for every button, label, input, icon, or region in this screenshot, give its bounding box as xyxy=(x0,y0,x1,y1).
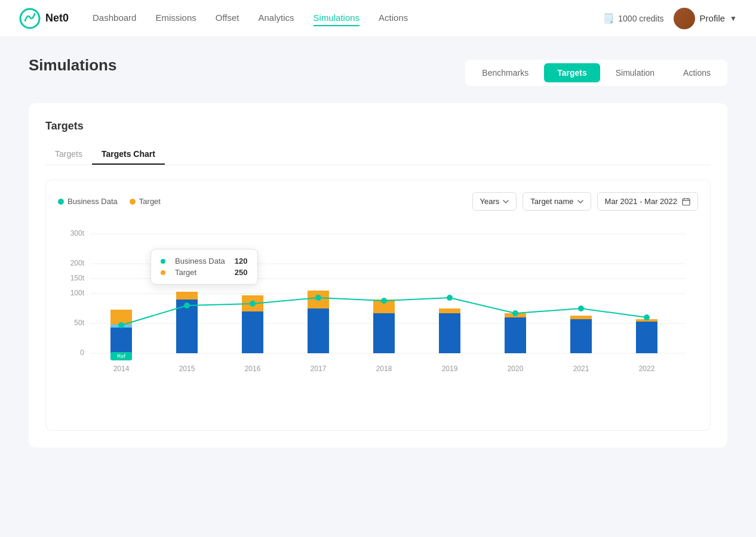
tooltip-val-business: 120 xyxy=(235,257,248,266)
logo-text: Net0 xyxy=(45,12,69,24)
svg-rect-24 xyxy=(242,311,263,353)
svg-point-44 xyxy=(184,303,190,308)
subtab-targets-chart[interactable]: Targets Chart xyxy=(92,144,165,165)
svg-rect-39 xyxy=(570,319,592,353)
nav-actions[interactable]: Actions xyxy=(379,10,408,26)
subtab-targets[interactable]: Targets xyxy=(45,144,92,165)
tooltip-label-target: Target xyxy=(175,268,225,277)
svg-point-43 xyxy=(118,322,124,328)
credits-icon: 🗒️ xyxy=(603,13,614,24)
logo[interactable]: Net0 xyxy=(19,8,69,29)
svg-text:150t: 150t xyxy=(70,274,85,282)
top-tabs: Benchmarks Targets Simulation Actions xyxy=(465,60,727,86)
tooltip-dot-target xyxy=(161,270,165,275)
sub-tabs: Targets Targets Chart xyxy=(45,144,711,165)
logo-icon xyxy=(19,8,41,29)
chart-legend: Business Data Target xyxy=(58,197,161,206)
legend-dot-target xyxy=(130,199,136,205)
svg-point-47 xyxy=(381,298,387,304)
legend-target: Target xyxy=(130,197,161,206)
period-label: Years xyxy=(480,197,500,206)
chart-card: Business Data Target Years Target name xyxy=(45,180,711,431)
svg-point-48 xyxy=(447,295,453,301)
chart-controls: Business Data Target Years Target name xyxy=(58,192,698,211)
svg-point-46 xyxy=(315,295,321,301)
tab-simulation[interactable]: Simulation xyxy=(603,63,668,82)
nav-offset[interactable]: Offset xyxy=(216,10,239,26)
credits-value: 1000 credits xyxy=(618,14,663,23)
tab-targets[interactable]: Targets xyxy=(544,63,600,82)
chevron-down-icon xyxy=(503,199,509,205)
avatar xyxy=(674,8,695,29)
svg-text:50t: 50t xyxy=(74,319,84,327)
svg-rect-1 xyxy=(683,199,690,205)
legend-label-target: Target xyxy=(139,197,161,206)
legend-dot-business xyxy=(58,199,64,205)
svg-text:2022: 2022 xyxy=(639,365,655,373)
credits: 🗒️ 1000 credits xyxy=(603,13,663,24)
nav-simulations[interactable]: Simulations xyxy=(314,10,360,26)
svg-rect-30 xyxy=(373,313,395,353)
page: Simulations Benchmarks Targets Simulatio… xyxy=(0,37,756,467)
svg-point-49 xyxy=(512,310,518,316)
svg-text:2015: 2015 xyxy=(179,365,195,373)
svg-text:300t: 300t xyxy=(70,229,85,237)
svg-text:100t: 100t xyxy=(70,289,85,297)
svg-text:2019: 2019 xyxy=(442,365,458,373)
svg-rect-16 xyxy=(110,328,132,353)
svg-text:2017: 2017 xyxy=(311,365,327,373)
tooltip-row-business: Business Data 120 xyxy=(161,257,248,266)
tooltip-val-target: 250 xyxy=(235,268,248,277)
chart-controls-right: Years Target name Mar 2021 - Mar 2022 xyxy=(472,192,698,211)
date-range-picker[interactable]: Mar 2021 - Mar 2022 xyxy=(597,192,698,211)
svg-text:2018: 2018 xyxy=(376,365,392,373)
legend-business-data: Business Data xyxy=(58,197,118,206)
tooltip-dot-business xyxy=(161,259,165,264)
chart-area: Business Data 120 Target 250 300t 200t 1… xyxy=(58,225,698,418)
nav-links: Dashboard Emissions Offset Analytics Sim… xyxy=(93,10,603,26)
chart-tooltip: Business Data 120 Target 250 xyxy=(150,249,258,285)
tooltip-row-target: Target 250 xyxy=(161,268,248,277)
tab-benchmarks[interactable]: Benchmarks xyxy=(469,63,542,82)
svg-text:Ref: Ref xyxy=(117,353,126,359)
svg-text:2016: 2016 xyxy=(245,365,261,373)
card-title: Targets xyxy=(45,120,711,132)
page-title: Simulations xyxy=(29,56,116,75)
svg-point-50 xyxy=(578,305,584,311)
period-dropdown[interactable]: Years xyxy=(472,192,517,211)
tab-actions[interactable]: Actions xyxy=(670,63,724,82)
svg-text:0: 0 xyxy=(80,348,84,357)
nav-dashboard[interactable]: Dashboard xyxy=(93,10,136,26)
svg-text:2020: 2020 xyxy=(508,365,524,373)
svg-rect-36 xyxy=(505,317,526,353)
chevron-down-icon: ▼ xyxy=(730,14,737,23)
profile-name: Profile xyxy=(700,13,726,23)
chevron-down-icon xyxy=(577,199,583,205)
tooltip-label-business: Business Data xyxy=(175,257,225,266)
svg-rect-27 xyxy=(308,308,329,353)
svg-rect-42 xyxy=(636,322,657,353)
svg-rect-33 xyxy=(439,313,460,353)
svg-text:200t: 200t xyxy=(70,259,85,267)
navbar: Net0 Dashboard Emissions Offset Analytic… xyxy=(0,0,756,37)
nav-right: 🗒️ 1000 credits Profile ▼ xyxy=(603,8,737,29)
svg-text:2014: 2014 xyxy=(113,365,130,373)
target-name-label: Target name xyxy=(530,197,573,206)
legend-label-business: Business Data xyxy=(67,197,118,206)
calendar-icon xyxy=(682,197,690,206)
svg-point-51 xyxy=(644,314,650,320)
targets-card: Targets Targets Targets Chart Business D… xyxy=(29,103,727,448)
svg-point-45 xyxy=(250,301,256,307)
date-range-label: Mar 2021 - Mar 2022 xyxy=(605,197,677,206)
target-name-dropdown[interactable]: Target name xyxy=(523,192,591,211)
svg-point-0 xyxy=(20,9,39,28)
nav-emissions[interactable]: Emissions xyxy=(155,10,196,26)
svg-text:2021: 2021 xyxy=(573,365,589,373)
profile-menu[interactable]: Profile ▼ xyxy=(674,8,737,29)
nav-analytics[interactable]: Analytics xyxy=(259,10,294,26)
